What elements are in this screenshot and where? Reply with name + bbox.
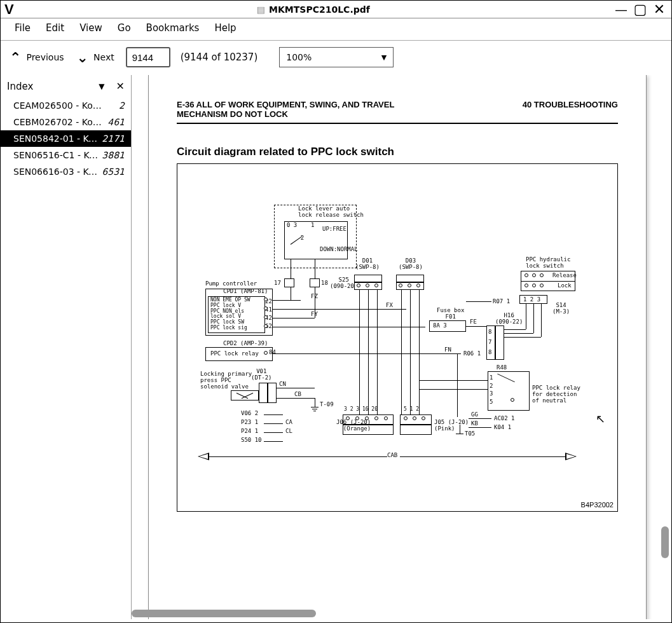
next-label: Next — [93, 52, 114, 62]
cpd2-pin: 84 — [269, 350, 276, 356]
page-number-input[interactable] — [126, 47, 170, 67]
label-d01: D01 (SWP-8) — [355, 258, 380, 271]
label-d03: D03 (SWP-8) — [399, 258, 423, 271]
chevron-up-icon: ⌃ — [10, 50, 21, 65]
label-cpd2: CPD2 (AMP-39) — [223, 341, 268, 347]
label-gg: GG — [471, 412, 478, 418]
menu-bookmarks[interactable]: Bookmarks — [141, 21, 205, 35]
label-t09: T-09 — [320, 402, 334, 408]
label-j06: J06 (J-20) (Orange) — [336, 420, 371, 432]
header-left: E-36 ALL OF WORK EQUIPMENT, SWING, AND T… — [177, 100, 444, 119]
label-t05: T05 — [465, 431, 475, 437]
index-item[interactable]: CEAM026500 - Ko…2 — [1, 97, 131, 114]
section-title: Circuit diagram related to PPC lock swit… — [177, 146, 618, 158]
prev-button[interactable]: ⌃ Previous — [10, 50, 64, 65]
page-header: E-36 ALL OF WORK EQUIPMENT, SWING, AND T… — [177, 100, 618, 124]
document-viewer[interactable]: E-36 ALL OF WORK EQUIPMENT, SWING, AND T… — [132, 75, 671, 619]
header-right: 40 TROUBLESHOOTING — [523, 100, 618, 119]
index-item[interactable]: CEBM026702 - Ko…461 — [1, 114, 131, 130]
label-cn: CN — [279, 381, 286, 388]
label-cb: CB — [294, 392, 301, 398]
label-s14: S14 (M-3) — [552, 303, 570, 315]
app-icon: V — [4, 1, 14, 18]
pdf-page: E-36 ALL OF WORK EQUIPMENT, SWING, AND T… — [148, 75, 647, 619]
chevron-down-icon: ▼ — [381, 53, 387, 62]
zoom-value: 100% — [286, 52, 312, 62]
label-r07: R07 1 — [493, 299, 510, 305]
prev-label: Previous — [26, 52, 64, 62]
label-cab: CAB — [387, 453, 397, 459]
label-p24: P24 1 — [241, 428, 258, 435]
index-item[interactable]: SEN05842-01 - Ko…2171 — [1, 130, 131, 147]
page-count-label: (9144 of 10237) — [181, 51, 258, 63]
minimize-button[interactable]: — — [613, 2, 629, 17]
label-j05: J05 (J-20) (Pink) — [434, 420, 469, 432]
label-ca: CA — [285, 420, 292, 426]
sidebar-header: Index ▼ ✕ — [1, 75, 131, 97]
label-v01: V01 (DT-2) — [251, 369, 272, 381]
label-lock-primary: Locking primary press PPC solenoid valve — [200, 371, 252, 390]
menu-view[interactable]: View — [74, 21, 107, 35]
label-p23: P23 1 — [241, 420, 258, 426]
label-lock: Lock — [558, 283, 572, 289]
label-r48: R48 — [497, 365, 507, 371]
label-fuse-box: Fuse box F01 — [437, 308, 464, 320]
next-button[interactable]: ⌄ Next — [77, 50, 114, 65]
close-button[interactable]: ✕ — [651, 2, 668, 17]
menu-file[interactable]: File — [10, 21, 36, 35]
sidebar-title: Index — [7, 81, 33, 92]
label-ac02: AC02 1 — [494, 416, 515, 422]
label-s50: S50 10 — [241, 437, 262, 444]
vertical-scrollbar[interactable] — [660, 75, 670, 619]
zoom-select[interactable]: 100% ▼ — [279, 47, 394, 67]
label-pump-controller: Pump controller — [205, 281, 257, 287]
label-v06: V06 2 — [241, 411, 258, 417]
h16-pins: 8 7 8 — [488, 327, 491, 358]
switch-nodes: 0 3 1 2 — [287, 222, 314, 242]
label-up-free: UP:FREE — [322, 226, 346, 233]
toolbar: ⌃ Previous ⌄ Next (9144 of 10237) 100% ▼ — [1, 41, 671, 75]
main-area: Index ▼ ✕ CEAM026500 - Ko…2 CEBM026702 -… — [1, 75, 671, 619]
label-down-normal: DOWN:NORMAL — [320, 247, 358, 253]
sidebar: Index ▼ ✕ CEAM026500 - Ko…2 CEBM026702 -… — [1, 75, 132, 619]
label-fx: FX — [386, 303, 393, 309]
sidebar-close-icon[interactable]: ✕ — [116, 80, 125, 92]
label-s25: S25 (090-20) — [330, 277, 357, 290]
r48-pins: 1 2 3 5 — [490, 374, 493, 406]
label-lock-lever: Lock lever auto lock release switch — [298, 206, 364, 219]
diagram-id: B4P32002 — [581, 501, 614, 509]
fuse-pins: 8A 3 — [433, 323, 447, 329]
index-item[interactable]: SEN06516-C1 - Ko…3881 — [1, 147, 131, 163]
menu-go[interactable]: Go — [113, 21, 136, 35]
s14-pins: 1 2 3 — [523, 297, 540, 303]
label-r06: R06 1 — [463, 351, 481, 357]
sidebar-dropdown-icon[interactable]: ▼ — [99, 82, 104, 91]
menu-edit[interactable]: Edit — [41, 21, 69, 35]
label-cl: CL — [285, 428, 292, 435]
j06-pins: 3 2 3 16 20 — [344, 407, 378, 413]
doc-title: MKMTSPC210LC.pdf — [269, 4, 370, 15]
cpd2-signal: PPC lock relay — [210, 351, 259, 357]
label-ppc-hydraulic: PPC hydraulic lock switch — [526, 257, 570, 270]
label-kb: KB — [471, 421, 478, 427]
horizontal-scrollbar[interactable] — [132, 609, 671, 618]
label-h16: H16 (090-22) — [495, 313, 523, 325]
label-k04: K04 1 — [494, 425, 511, 431]
menu-help[interactable]: Help — [209, 21, 241, 35]
menubar: File Edit View Go Bookmarks Help — [1, 18, 671, 41]
titlebar: V ▤ MKMTSPC210LC.pdf — ▢ ✕ — [1, 1, 671, 18]
j05-pins: 5 1 2 — [404, 407, 419, 413]
label-ppc-relay: PPC lock relay for detection of neutral — [532, 385, 580, 404]
cpd1-signals: NON EME OP SW PPC lock V PPC NON_els loc… — [210, 298, 250, 331]
index-item[interactable]: SEN06616-03 - Ko…6531 — [1, 163, 131, 180]
label-cpd1: CPD1 (AMP-81) — [223, 289, 268, 295]
label-release: Release — [552, 273, 577, 279]
circuit-diagram: Lock lever auto lock release switch 0 3 … — [177, 163, 618, 512]
label-fe: FE — [470, 319, 477, 325]
index-list: CEAM026500 - Ko…2 CEBM026702 - Ko…461 SE… — [1, 97, 131, 619]
label-fn: FN — [444, 347, 451, 353]
doc-icon: ▤ — [257, 4, 265, 15]
maximize-button[interactable]: ▢ — [632, 2, 648, 17]
chevron-down-icon: ⌄ — [77, 50, 88, 65]
